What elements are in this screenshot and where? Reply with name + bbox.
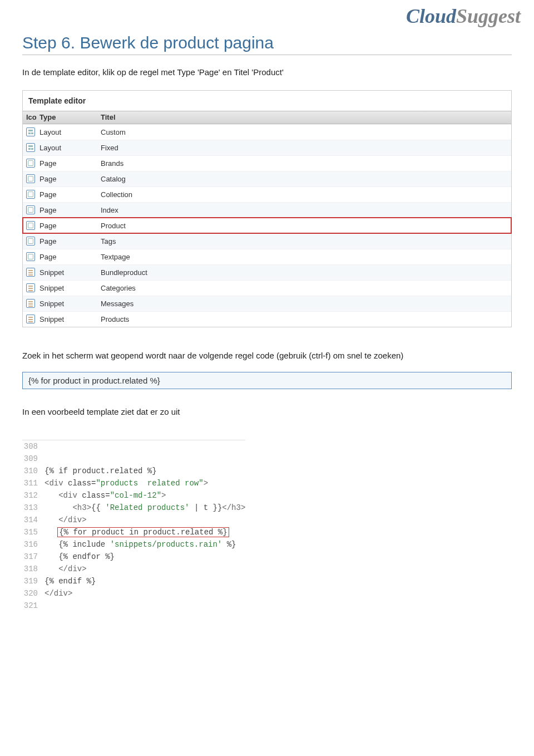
logo-text-secondary: Suggest bbox=[456, 5, 521, 27]
page-title: Step 6. Bewerk de product pagina bbox=[22, 33, 512, 55]
row-icon-cell bbox=[23, 143, 39, 152]
row-icon-cell bbox=[23, 268, 39, 277]
row-type-cell: Layout bbox=[39, 144, 101, 152]
template-editor-row[interactable]: SnippetCategories bbox=[23, 280, 511, 296]
row-type-cell: Page bbox=[39, 253, 101, 261]
row-icon-cell bbox=[23, 283, 39, 292]
code-content: </div> bbox=[44, 589, 72, 598]
row-title-cell: Index bbox=[101, 206, 511, 214]
row-type-cell: Snippet bbox=[39, 268, 101, 277]
template-editor-header: Ico Type Titel bbox=[23, 111, 511, 124]
template-editor-row[interactable]: SnippetProducts bbox=[23, 311, 511, 327]
row-title-cell: Products bbox=[101, 315, 511, 323]
template-editor-title: Template editor bbox=[23, 91, 511, 111]
page-icon bbox=[26, 190, 35, 199]
line-number: 315 bbox=[22, 528, 44, 537]
row-type-cell: Snippet bbox=[39, 284, 101, 292]
row-type-cell: Layout bbox=[39, 128, 101, 136]
row-title-cell: Tags bbox=[101, 237, 511, 246]
code-line: 316 {% include 'snippets/products.rain' … bbox=[22, 538, 245, 551]
template-editor-row[interactable]: PageBrands bbox=[23, 155, 511, 171]
code-line: 315 {% for product in product.related %} bbox=[22, 526, 245, 538]
snippet-icon bbox=[26, 268, 35, 277]
template-editor-row[interactable]: LayoutCustom bbox=[23, 124, 511, 140]
template-editor-row[interactable]: PageTextpage bbox=[23, 249, 511, 264]
snippet-icon bbox=[26, 315, 35, 323]
search-instruction-text: Zoek in het scherm wat geopend wordt naa… bbox=[22, 350, 512, 362]
line-number: 317 bbox=[22, 552, 44, 561]
line-number: 319 bbox=[22, 577, 44, 586]
row-title-cell: Messages bbox=[101, 300, 511, 308]
row-type-cell: Snippet bbox=[39, 315, 101, 323]
line-number: 309 bbox=[22, 454, 44, 463]
row-type-cell: Page bbox=[39, 206, 101, 214]
code-content: {% endif %} bbox=[44, 577, 96, 586]
code-line: 310{% if product.related %} bbox=[22, 465, 245, 477]
row-type-cell: Page bbox=[39, 237, 101, 246]
line-number: 314 bbox=[22, 516, 44, 524]
example-intro-text: In een voorbeeld template ziet dat er zo… bbox=[22, 406, 512, 419]
snippet-icon bbox=[26, 299, 35, 308]
line-number: 312 bbox=[22, 491, 44, 500]
intro-text: In de template editor, klik op de regel … bbox=[22, 66, 512, 79]
template-editor-row[interactable]: PageIndex bbox=[23, 202, 511, 218]
code-line: 311<div class="products related row"> bbox=[22, 477, 245, 489]
line-number: 318 bbox=[22, 564, 44, 573]
row-title-cell: Collection bbox=[101, 190, 511, 199]
page-icon bbox=[26, 237, 35, 246]
row-title-cell: Fixed bbox=[101, 144, 511, 152]
page-icon bbox=[26, 159, 35, 168]
template-editor-row[interactable]: SnippetMessages bbox=[23, 296, 511, 311]
code-line: 312 <div class="col-md-12"> bbox=[22, 489, 245, 502]
code-content: </div> bbox=[44, 516, 87, 524]
row-type-cell: Page bbox=[39, 190, 101, 199]
row-type-cell: Page bbox=[39, 175, 101, 183]
row-title-cell: Custom bbox=[101, 128, 511, 136]
row-icon-cell bbox=[23, 190, 39, 199]
code-line: 314 </div> bbox=[22, 514, 245, 526]
row-type-cell: Page bbox=[39, 222, 101, 230]
layout-icon bbox=[26, 127, 35, 136]
row-title-cell: Brands bbox=[101, 159, 511, 168]
line-number: 310 bbox=[22, 467, 44, 475]
row-icon-cell bbox=[23, 127, 39, 136]
row-type-cell: Page bbox=[39, 159, 101, 168]
page-icon bbox=[26, 252, 35, 261]
layout-icon bbox=[26, 143, 35, 152]
template-editor-row[interactable]: SnippetBundleproduct bbox=[23, 264, 511, 280]
code-line: 321 bbox=[22, 600, 245, 612]
row-icon-cell bbox=[23, 174, 39, 183]
page-icon bbox=[26, 205, 35, 214]
template-editor-row[interactable]: PageProduct bbox=[23, 218, 511, 233]
code-line: 317 {% endfor %} bbox=[22, 551, 245, 563]
code-content: <h3>{{ 'Related products' | t }}</h3> bbox=[44, 503, 245, 512]
col-title-header: Titel bbox=[101, 113, 511, 121]
row-icon-cell bbox=[23, 252, 39, 261]
template-editor-panel: Template editor Ico Type Titel LayoutCus… bbox=[22, 90, 512, 327]
template-editor-row[interactable]: PageCatalog bbox=[23, 171, 511, 186]
code-editor: 308309310{% if product.related %}311<div… bbox=[22, 440, 245, 612]
template-editor-row[interactable]: PageTags bbox=[23, 233, 511, 249]
code-content: {% include 'snippets/products.rain' %} bbox=[44, 540, 236, 549]
code-line: 308 bbox=[22, 440, 245, 453]
row-title-cell: Bundleproduct bbox=[101, 268, 511, 277]
code-line: 320</div> bbox=[22, 587, 245, 600]
code-content: {% endfor %} bbox=[44, 552, 115, 561]
col-ico-header: Ico bbox=[23, 113, 39, 121]
code-content: <div class="products related row"> bbox=[44, 479, 208, 488]
code-search-target: {% for product in product.related %} bbox=[22, 372, 512, 389]
line-number: 321 bbox=[22, 601, 44, 610]
row-title-cell: Catalog bbox=[101, 175, 511, 183]
template-editor-row[interactable]: LayoutFixed bbox=[23, 140, 511, 155]
row-type-cell: Snippet bbox=[39, 300, 101, 308]
page-icon bbox=[26, 221, 35, 230]
code-line: 319{% endif %} bbox=[22, 575, 245, 587]
page-icon bbox=[26, 174, 35, 183]
code-line: 318 </div> bbox=[22, 563, 245, 575]
code-line: 309 bbox=[22, 453, 245, 465]
brand-logo: CloudSuggest bbox=[0, 0, 534, 28]
row-title-cell: Product bbox=[101, 222, 511, 230]
code-content: </div> bbox=[44, 564, 87, 573]
code-content: {% if product.related %} bbox=[44, 467, 157, 475]
template-editor-row[interactable]: PageCollection bbox=[23, 186, 511, 202]
